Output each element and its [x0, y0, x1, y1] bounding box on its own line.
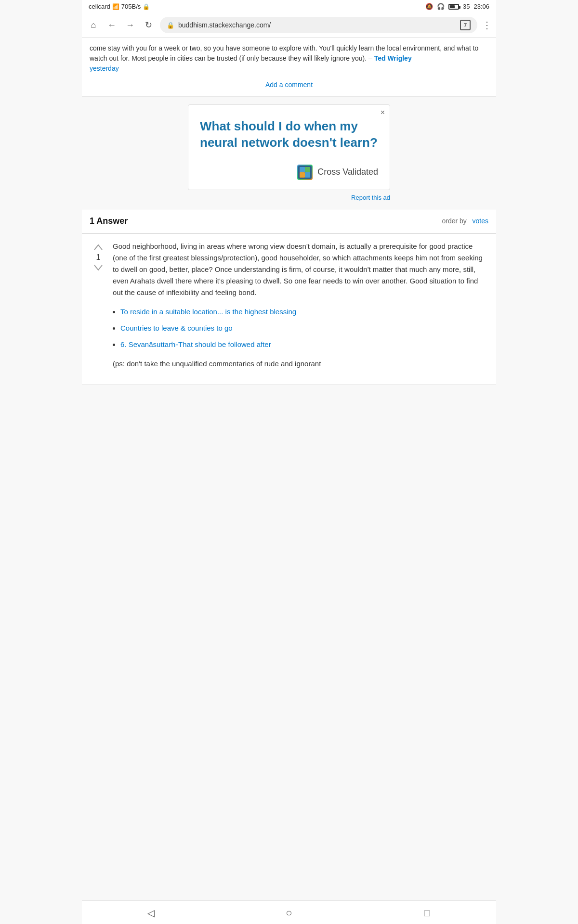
svg-rect-1 — [300, 167, 305, 172]
data-speed: 705B/s — [121, 3, 141, 10]
back-button[interactable]: ← — [105, 18, 118, 32]
menu-dots-button[interactable]: ⋮ — [482, 19, 491, 31]
vote-count: 1 — [96, 253, 101, 262]
browser-bar: ⌂ ← → ↻ 🔒 buddhism.stackexchange.com/ 7 … — [82, 13, 496, 38]
url-text: buddhism.stackexchange.com/ — [178, 21, 456, 29]
answer-item: 1 Good neighborhood, living in areas whe… — [82, 234, 496, 385]
comment-text: come stay with you for a week or two, so… — [90, 43, 488, 74]
report-ad-link[interactable]: Report this ad — [351, 194, 390, 201]
headphones-icon: 🎧 — [437, 3, 445, 10]
forward-icon: → — [126, 20, 134, 30]
order-by-label: order by — [442, 217, 467, 225]
comment-body: come stay with you for a week or two, so… — [90, 44, 478, 62]
answer-link-3[interactable]: 6. Sevanāsuttaṁ-That should be followed … — [120, 340, 271, 348]
ad-brand-name: Cross Validated — [317, 167, 378, 177]
order-by-votes-link[interactable]: votes — [473, 217, 488, 225]
carrier-label: cellcard — [89, 3, 110, 10]
answers-count: 1 Answer — [90, 216, 128, 226]
list-item: Countries to leave & counties to go — [120, 322, 488, 334]
forward-button[interactable]: → — [123, 18, 137, 32]
ad-section: × What should I do when my neural networ… — [82, 97, 496, 209]
battery-percent: 35 — [463, 3, 470, 10]
answer-body: Good neighborhood, living in areas where… — [113, 241, 488, 377]
cross-validated-logo — [297, 165, 313, 180]
ad-headline: What should I do when my neural network … — [200, 118, 378, 151]
vote-column: 1 — [90, 241, 107, 377]
order-by: order by votes — [442, 217, 489, 225]
battery-icon — [448, 4, 459, 10]
answer-link-2[interactable]: Countries to leave & counties to go — [120, 324, 233, 332]
answers-header: 1 Answer order by votes — [82, 209, 496, 234]
back-icon: ← — [107, 20, 116, 30]
signal-icon: 📶 — [112, 3, 119, 10]
status-bar: cellcard 📶 705B/s 🔒 🔕 🎧 35 23:06 — [82, 0, 496, 13]
status-right: 🔕 🎧 35 23:06 — [425, 3, 489, 10]
answer-links-list: To reside in a suitable location... is t… — [120, 306, 488, 350]
status-left: cellcard 📶 705B/s 🔒 — [89, 3, 150, 10]
svg-rect-3 — [300, 172, 305, 178]
tab-count[interactable]: 7 — [460, 20, 471, 30]
home-icon: ⌂ — [91, 20, 96, 30]
comment-time-link[interactable]: yesterday — [90, 64, 119, 72]
svg-rect-4 — [305, 172, 310, 178]
list-item: To reside in a suitable location... is t… — [120, 306, 488, 318]
refresh-button[interactable]: ↻ — [142, 18, 155, 32]
time-display: 23:06 — [473, 3, 489, 10]
url-bar[interactable]: 🔒 buddhism.stackexchange.com/ 7 — [160, 17, 477, 33]
add-comment-bar: Add a comment — [90, 80, 488, 89]
ad-branding: Cross Validated — [200, 165, 378, 180]
ad-container: × What should I do when my neural networ… — [188, 104, 390, 190]
report-ad-area: Report this ad — [188, 194, 390, 201]
refresh-icon: ↻ — [145, 20, 152, 30]
list-item: 6. Sevanāsuttaṁ-That should be followed … — [120, 339, 488, 350]
downvote-button[interactable] — [92, 263, 105, 272]
lock-icon: 🔒 — [167, 22, 174, 29]
svg-rect-2 — [305, 167, 310, 172]
upvote-button[interactable] — [92, 243, 105, 252]
location-icon: 🔒 — [143, 3, 150, 10]
home-button[interactable]: ⌂ — [87, 18, 100, 32]
ad-close-button[interactable]: × — [381, 109, 385, 116]
comment-section: come stay with you for a week or two, so… — [82, 38, 496, 97]
add-comment-link[interactable]: Add a comment — [265, 81, 313, 89]
comment-author-link[interactable]: Ted Wrigley — [374, 54, 412, 62]
silent-icon: 🔕 — [425, 3, 433, 10]
answer-ps-text: (ps: don't take the unqualified commenta… — [113, 358, 488, 370]
page-content: come stay with you for a week or two, so… — [82, 38, 496, 385]
answer-paragraph: Good neighborhood, living in areas where… — [113, 241, 488, 298]
answer-link-1[interactable]: To reside in a suitable location... is t… — [120, 308, 296, 316]
